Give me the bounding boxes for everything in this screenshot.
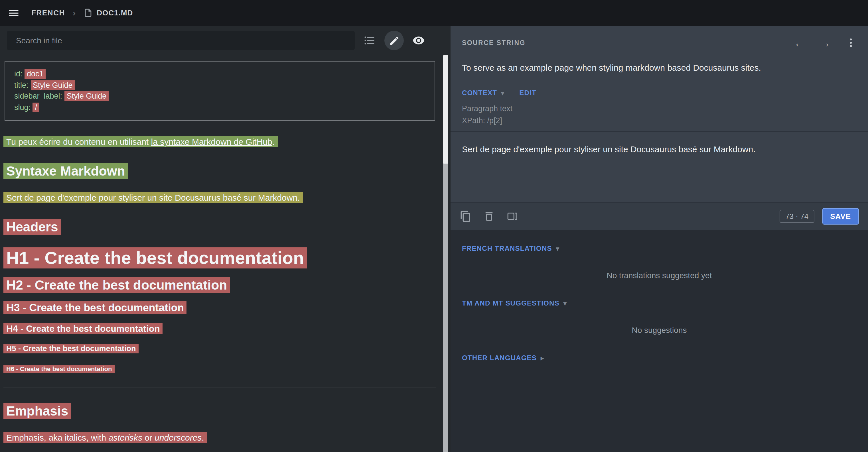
frontmatter-line: title: Style Guide	[14, 79, 426, 91]
french-translations-toggle[interactable]: FRENCH TRANSLATIONS ▾	[462, 245, 857, 253]
frontmatter-key: sidebar_label:	[14, 92, 62, 100]
context-label: CONTEXT	[462, 89, 497, 97]
document-content: id: doc1 title: Style Guide sidebar_labe…	[0, 55, 451, 452]
string-xpath: XPath: /p[2]	[462, 115, 857, 127]
edit-label: EDIT	[519, 89, 536, 97]
chevron-right-icon: ▸	[540, 355, 544, 361]
copy-source-icon[interactable]	[460, 210, 472, 222]
paragraph-string: Tu peux écrire du contenu en utilisant l…	[3, 136, 436, 148]
frontmatter-value-string[interactable]: /	[33, 102, 40, 112]
next-string-icon[interactable]: →	[819, 37, 830, 48]
translated-string[interactable]: Tu peux écrire du contenu en utilisant l…	[3, 136, 277, 147]
h4-string: H4 - Create the best documentation	[3, 323, 436, 334]
breadcrumb-file[interactable]: DOC1.MD	[83, 8, 133, 18]
more-menu-icon[interactable]	[845, 37, 857, 49]
edit-mode-icon[interactable]	[384, 31, 404, 50]
toolbar-right: 73 · 74 SAVE	[780, 208, 859, 225]
h2-string: H2 - Create the best documentation	[3, 277, 436, 293]
document-scrollbar[interactable]	[443, 55, 448, 452]
string-text: .	[202, 432, 204, 442]
context-toggle[interactable]: CONTEXT ▾	[462, 89, 504, 97]
translations-empty-message: No translations suggested yet	[462, 271, 857, 280]
text-select-icon[interactable]	[506, 210, 518, 222]
tm-mt-suggestions-label: TM AND MT SUGGESTIONS	[462, 299, 559, 307]
suggestions-section: FRENCH TRANSLATIONS ▾ No translations su…	[451, 230, 868, 452]
h1-string: H1 - Create the best documentation	[3, 247, 436, 269]
heading-string: Emphasis	[3, 403, 436, 419]
scrollbar-thumb[interactable]	[443, 55, 448, 164]
frontmatter-value-string[interactable]: Style Guide	[31, 80, 75, 90]
translation-panel: SOURCE STRING ← → To serve as an example…	[451, 26, 868, 452]
untranslated-string[interactable]: H4 - Create the best documentation	[3, 323, 163, 334]
chevron-down-icon: ▾	[501, 90, 504, 96]
frontmatter-value-string[interactable]: Style Guide	[64, 91, 109, 101]
translation-input[interactable]: Sert de page d'exemple pour styliser un …	[451, 132, 868, 202]
breadcrumb-file-name: DOC1.MD	[97, 8, 133, 17]
context-row: CONTEXT ▾ EDIT	[462, 89, 857, 97]
string-text: Tu peux écrire du contenu en utilisant	[6, 137, 151, 147]
italic-text: asterisks	[108, 432, 142, 442]
paragraph-string: Emphasis, aka italics, with asterisks or…	[3, 431, 436, 444]
frontmatter-line: id: doc1	[14, 68, 426, 79]
frontmatter-key: slug:	[14, 103, 31, 111]
heading-string: Headers	[3, 219, 436, 235]
other-languages-toggle[interactable]: OTHER LANGUAGES ▸	[462, 354, 857, 362]
source-string-label: SOURCE STRING	[462, 39, 526, 46]
file-icon	[83, 8, 93, 18]
untranslated-string[interactable]: H2 - Create the best documentation	[3, 277, 230, 293]
previous-string-icon[interactable]: ←	[794, 37, 805, 48]
document-toolbar	[0, 26, 451, 55]
string-text: Emphasis, aka italics, with	[6, 432, 108, 442]
search-input[interactable]	[15, 35, 347, 45]
untranslated-string[interactable]: Emphasis	[3, 403, 71, 419]
active-string[interactable]: Sert de page d'exemple pour styliser un …	[3, 192, 303, 203]
untranslated-string[interactable]: Emphasis, aka italics, with asterisks or…	[3, 432, 207, 443]
breadcrumb-chevron-icon: ›	[72, 8, 75, 18]
string-type: Paragraph text	[462, 103, 857, 115]
main-split: id: doc1 title: Style Guide sidebar_labe…	[0, 26, 868, 452]
h3-string: H3 - Create the best documentation	[3, 301, 436, 314]
string-text: .	[272, 137, 275, 147]
clear-translation-icon[interactable]	[483, 210, 495, 222]
untranslated-string[interactable]: H1 - Create the best documentation	[3, 247, 307, 268]
paragraph-string: Sert de page d'exemple pour styliser un …	[3, 192, 436, 204]
string-text: or	[142, 432, 155, 442]
edit-context-button[interactable]: EDIT	[519, 89, 536, 97]
chevron-down-icon: ▾	[556, 246, 559, 252]
untranslated-string[interactable]: H6 - Create the best documentation	[3, 365, 115, 373]
other-languages-label: OTHER LANGUAGES	[462, 354, 537, 362]
frontmatter-block: id: doc1 title: Style Guide sidebar_labe…	[5, 61, 435, 121]
frontmatter-line: slug: /	[14, 102, 426, 113]
source-string-header: SOURCE STRING ← →	[462, 26, 857, 53]
document-panel: id: doc1 title: Style Guide sidebar_labe…	[0, 26, 451, 452]
save-button[interactable]: SAVE	[822, 208, 859, 225]
translated-string[interactable]: Syntaxe Markdown	[3, 163, 128, 179]
char-counter: 73 · 74	[780, 210, 814, 223]
italic-text: underscores	[155, 432, 202, 442]
untranslated-string[interactable]: H3 - Create the best documentation	[3, 301, 187, 314]
chevron-down-icon: ▾	[563, 300, 567, 306]
frontmatter-key: title:	[14, 80, 29, 89]
h5-string: H5 - Create the best documentation	[3, 344, 436, 353]
context-meta: Paragraph text XPath: /p[2]	[462, 103, 857, 131]
hamburger-menu-icon[interactable]	[7, 6, 20, 19]
markdown-link[interactable]: la syntaxe Markdown de GitHub	[151, 137, 272, 147]
source-text: To serve as an example page when styling…	[462, 62, 857, 74]
preview-eye-icon[interactable]	[410, 32, 427, 49]
list-view-icon[interactable]	[361, 32, 378, 49]
translation-toolbar: 73 · 74 SAVE	[451, 202, 868, 230]
topbar: FRENCH › DOC1.MD	[0, 0, 868, 26]
source-string-section: SOURCE STRING ← → To serve as an example…	[451, 26, 868, 132]
breadcrumb-project[interactable]: FRENCH	[31, 8, 65, 17]
tm-empty-message: No suggestions	[462, 325, 857, 334]
frontmatter-value-string[interactable]: doc1	[25, 69, 46, 79]
untranslated-string[interactable]: H5 - Create the best documentation	[3, 344, 139, 353]
untranslated-string[interactable]: Headers	[3, 219, 61, 235]
horizontal-rule	[3, 388, 436, 388]
h6-string: H6 - Create the best documentation	[3, 365, 436, 373]
tm-mt-suggestions-toggle[interactable]: TM AND MT SUGGESTIONS ▾	[462, 299, 857, 307]
frontmatter-line: sidebar_label: Style Guide	[14, 91, 426, 102]
string-nav: ← →	[794, 37, 857, 49]
breadcrumb: FRENCH › DOC1.MD	[31, 8, 133, 18]
heading-string: Syntaxe Markdown	[3, 163, 436, 179]
